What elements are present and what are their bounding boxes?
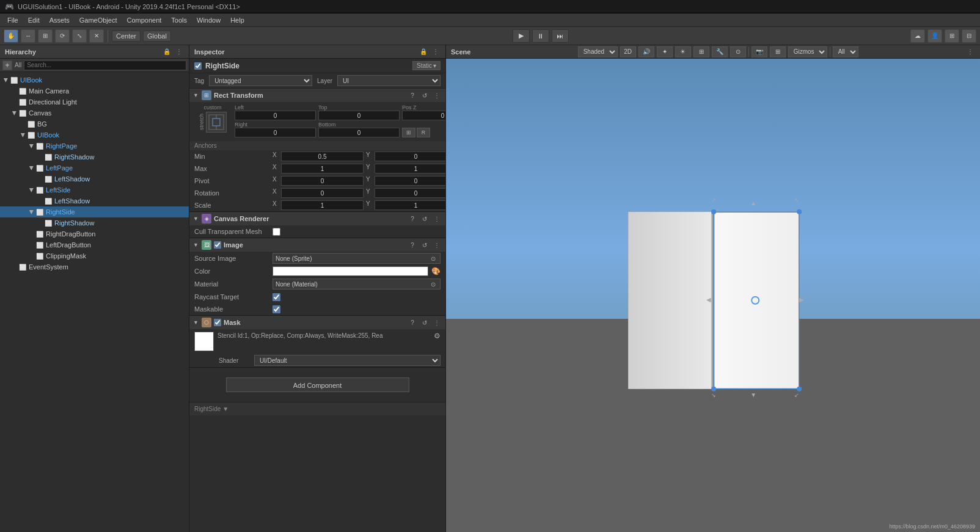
r-button[interactable]: R <box>417 128 430 137</box>
min-y-input[interactable] <box>375 151 446 161</box>
tool-hand[interactable]: ✋ <box>4 29 18 43</box>
scale-y-input[interactable] <box>375 200 446 210</box>
scene-view[interactable]: ▲ ▼ ◀ ▶ ↗ ↖ ↘ ↙ https://blog.csdn.net/m0… <box>446 59 980 532</box>
add-component-button[interactable]: Add Component <box>226 377 409 392</box>
image-help-btn[interactable]: ? <box>408 240 417 250</box>
mask-header[interactable]: ▼ ⬡ Mask ? ↺ ⋮ <box>189 316 445 329</box>
menu-help[interactable]: Help <box>225 15 249 25</box>
rect-transform-header[interactable]: ▼ ⊞ Rect Transform ? ↺ ⋮ <box>189 89 445 102</box>
rot-y-input[interactable] <box>375 188 446 198</box>
tree-item-bg[interactable]: ⬜BG <box>0 118 189 129</box>
min-x-input[interactable] <box>281 151 364 161</box>
image-material-field[interactable]: None (Material) ⊙ <box>272 279 441 290</box>
tree-item-maincamera[interactable]: ⬜Main Camera <box>0 86 189 97</box>
tree-item-leftshadow2[interactable]: ⬜LeftShadow <box>0 195 189 206</box>
menu-file[interactable]: File <box>2 15 23 25</box>
image-reset-btn[interactable]: ↺ <box>420 240 430 250</box>
maskable-checkbox[interactable] <box>272 305 280 313</box>
max-y-input[interactable] <box>375 164 446 173</box>
hierarchy-add-button[interactable]: + <box>2 60 12 70</box>
pause-button[interactable]: ⏸ <box>532 29 549 43</box>
scene-title[interactable]: Scene <box>451 48 470 56</box>
layer-select[interactable]: UI <box>337 75 441 86</box>
tree-item-rightshadow1[interactable]: ⬜RightShadow <box>0 151 189 162</box>
tag-select[interactable]: Untagged <box>209 75 312 86</box>
menu-gameobject[interactable]: GameObject <box>75 15 122 25</box>
raycast-checkbox[interactable] <box>272 293 280 301</box>
menu-window[interactable]: Window <box>192 15 225 25</box>
menu-component[interactable]: Component <box>122 15 166 25</box>
image-menu-btn[interactable]: ⋮ <box>432 240 442 250</box>
tree-item-rightshadow2[interactable]: ⬜RightShadow <box>0 217 189 228</box>
source-image-pick-btn[interactable]: ⊙ <box>429 254 437 263</box>
tree-item-leftpage[interactable]: ▶⬜LeftPage <box>0 162 189 173</box>
menu-tools[interactable]: Tools <box>166 15 192 25</box>
tree-item-directionallight[interactable]: ⬜Directional Light <box>0 97 189 107</box>
scene-lighting-btn[interactable]: ☀ <box>675 46 691 57</box>
scene-menu-icon[interactable]: ⋮ <box>965 47 975 57</box>
object-active-checkbox[interactable] <box>194 62 202 70</box>
blueprint-button[interactable]: ⊞ <box>402 128 415 137</box>
shader-select[interactable]: UI/Default <box>254 355 441 366</box>
inspector-lock-icon[interactable]: 🔒 <box>419 47 428 57</box>
top-input[interactable] <box>318 111 400 120</box>
gizmos-select[interactable]: Gizmos <box>788 46 827 57</box>
scale-x-input[interactable] <box>281 200 364 210</box>
posz-input[interactable] <box>402 111 446 120</box>
collab-btn[interactable]: ☁ <box>910 29 925 43</box>
tree-item-leftside[interactable]: ▶⬜LeftSide <box>0 184 189 195</box>
scene-align-btn[interactable]: ⊞ <box>770 46 786 57</box>
hierarchy-search-input[interactable] <box>24 60 186 70</box>
image-color-pick-btn[interactable]: 🎨 <box>431 266 441 276</box>
mask-reset-btn[interactable]: ↺ <box>420 318 430 327</box>
rot-x-input[interactable] <box>281 188 364 198</box>
scene-camera-icon[interactable]: 📷 <box>751 46 767 57</box>
shaded-select[interactable]: Shaded <box>578 46 618 57</box>
max-x-input[interactable] <box>281 164 364 173</box>
left-input[interactable] <box>235 111 316 120</box>
scene-extra-btn[interactable]: ⊙ <box>730 46 746 57</box>
tool-move[interactable]: ↔ <box>21 29 35 43</box>
mask-active-checkbox[interactable] <box>214 319 221 326</box>
tree-item-rightside[interactable]: ▶⬜RightSide <box>0 206 189 217</box>
hierarchy-lock-icon[interactable]: 🔒 <box>162 47 172 57</box>
global-label[interactable]: Global <box>143 31 171 42</box>
tool-scale[interactable]: ⤡ <box>72 29 87 43</box>
source-image-field[interactable]: None (Sprite) ⊙ <box>272 253 441 264</box>
tree-item-leftshadow1[interactable]: ⬜LeftShadow <box>0 173 189 184</box>
canvas-renderer-help-btn[interactable]: ? <box>408 214 417 224</box>
pivot-y-input[interactable] <box>375 176 446 186</box>
mask-gear-btn[interactable]: ⚙ <box>434 332 441 340</box>
tool-rect[interactable]: ⊞ <box>38 29 53 43</box>
canvas-renderer-header[interactable]: ▼ ◈ Canvas Renderer ? ↺ ⋮ <box>189 212 445 225</box>
layout-btn[interactable]: ⊟ <box>962 29 976 43</box>
tree-item-uibook[interactable]: ▶⬜UIBook <box>0 75 189 86</box>
canvas-renderer-reset-btn[interactable]: ↺ <box>420 214 430 224</box>
fx-btn[interactable]: ✦ <box>657 46 673 57</box>
layers-btn[interactable]: ⊞ <box>945 29 959 43</box>
tool-rotate[interactable]: ⟳ <box>55 29 70 43</box>
tree-item-rightpage[interactable]: ▶⬜RightPage <box>0 140 189 151</box>
cull-mesh-checkbox[interactable] <box>272 228 280 236</box>
rect-transform-menu-btn[interactable]: ⋮ <box>432 90 442 100</box>
all-select[interactable]: All <box>833 46 858 57</box>
tool-transform[interactable]: ✕ <box>89 29 104 43</box>
image-material-pick-btn[interactable]: ⊙ <box>429 280 437 288</box>
canvas-renderer-menu-btn[interactable]: ⋮ <box>432 214 442 224</box>
scene-tools-btn[interactable]: 🔧 <box>712 46 728 57</box>
tree-item-canvas[interactable]: ▶⬜Canvas <box>0 107 189 118</box>
mask-help-btn[interactable]: ? <box>408 318 417 327</box>
bottom-input[interactable] <box>318 128 400 137</box>
scene-grid-btn[interactable]: ⊞ <box>693 46 709 57</box>
tree-item-leftdragbtn[interactable]: ⬜LeftDragButton <box>0 239 189 250</box>
audio-btn[interactable]: 🔊 <box>638 46 654 57</box>
static-button[interactable]: Static ▾ <box>412 61 441 70</box>
2d-button[interactable]: 2D <box>620 46 636 57</box>
play-button[interactable]: ▶ <box>513 29 530 43</box>
rect-transform-reset-btn[interactable]: ↺ <box>420 90 430 100</box>
anchor-preset-icon[interactable] <box>206 112 227 133</box>
right-input[interactable] <box>235 128 316 137</box>
mask-menu-btn[interactable]: ⋮ <box>432 318 442 327</box>
menu-assets[interactable]: Assets <box>45 15 75 25</box>
image-active-checkbox[interactable] <box>214 241 221 249</box>
